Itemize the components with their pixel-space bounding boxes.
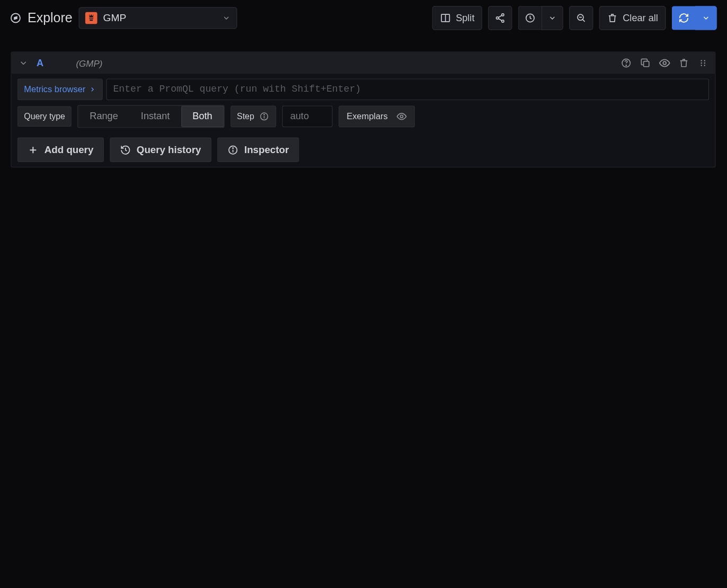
chevron-down-icon: [548, 14, 557, 22]
query-body: Metrics browser Query type Range Instant…: [12, 74, 715, 167]
query-type-range[interactable]: Range: [78, 105, 129, 127]
compass-icon: [10, 12, 22, 24]
exemplars-label: Exemplars: [347, 112, 388, 121]
svg-point-21: [701, 65, 702, 66]
query-datasource-label: (GMP): [76, 58, 102, 68]
datasource-name: GMP: [103, 12, 216, 24]
query-type-segmented: Range Instant Both: [78, 105, 225, 128]
share-button[interactable]: [488, 6, 512, 30]
metrics-browser-label: Metrics browser: [24, 85, 85, 94]
svg-line-11: [583, 20, 585, 22]
svg-point-6: [502, 20, 504, 22]
clear-all-button[interactable]: Clear all: [599, 6, 666, 30]
collapse-toggle[interactable]: [17, 57, 30, 69]
add-query-label: Add query: [45, 144, 93, 156]
svg-point-20: [704, 63, 705, 64]
query-row-header: A (GMP): [12, 52, 715, 74]
step-input[interactable]: [290, 111, 325, 122]
inspector-label: Inspector: [244, 144, 289, 156]
svg-point-4: [502, 14, 504, 16]
query-header-actions: [620, 57, 709, 69]
chevron-right-icon: [89, 86, 96, 93]
inspector-button[interactable]: Inspector: [217, 137, 299, 162]
query-history-button[interactable]: Query history: [110, 137, 211, 162]
copy-icon[interactable]: [640, 57, 652, 69]
query-type-instant[interactable]: Instant: [129, 105, 181, 127]
svg-point-25: [264, 114, 264, 115]
promql-input[interactable]: [113, 79, 702, 100]
svg-rect-15: [644, 61, 649, 67]
clock-icon: [525, 13, 536, 23]
svg-point-22: [704, 65, 705, 66]
page-title: Explore: [28, 10, 73, 25]
top-toolbar: Explore GMP Split: [0, 0, 726, 36]
step-input-wrap: [282, 105, 333, 127]
svg-line-7: [499, 15, 502, 17]
plus-icon: [28, 144, 38, 155]
svg-point-16: [663, 61, 666, 65]
columns-icon: [440, 13, 451, 23]
step-label: Step: [230, 105, 277, 127]
clear-all-label: Clear all: [623, 13, 658, 23]
datasource-picker[interactable]: GMP: [78, 7, 237, 29]
trash-icon: [607, 13, 618, 23]
run-interval-dropdown[interactable]: [695, 6, 717, 30]
split-label: Split: [456, 13, 474, 23]
history-icon: [120, 144, 130, 155]
eye-icon: [396, 111, 407, 122]
svg-point-5: [497, 17, 499, 19]
time-picker-dropdown[interactable]: [542, 6, 563, 30]
explore-heading: Explore: [10, 10, 73, 25]
run-button-group: [672, 6, 717, 30]
svg-marker-1: [14, 17, 17, 20]
split-button[interactable]: Split: [432, 6, 482, 30]
chevron-down-icon: [222, 14, 230, 22]
svg-line-8: [499, 19, 502, 21]
time-picker-button[interactable]: [518, 6, 542, 30]
run-query-button[interactable]: [672, 6, 695, 30]
info-icon[interactable]: [259, 111, 270, 122]
eye-icon[interactable]: [659, 57, 671, 69]
drag-handle-icon[interactable]: [697, 57, 709, 69]
help-icon[interactable]: [620, 57, 632, 69]
metrics-browser-button[interactable]: Metrics browser: [17, 78, 103, 100]
share-icon: [495, 13, 506, 23]
chevron-down-icon: [702, 14, 710, 22]
query-panel: A (GMP): [11, 51, 715, 167]
svg-point-14: [626, 65, 626, 66]
query-type-both[interactable]: Both: [181, 105, 224, 127]
time-picker-group: [518, 6, 563, 30]
trash-icon[interactable]: [678, 57, 690, 69]
add-query-button[interactable]: Add query: [17, 137, 104, 162]
svg-point-26: [400, 115, 403, 118]
prometheus-icon: [85, 12, 97, 24]
svg-point-31: [233, 147, 233, 148]
svg-point-17: [701, 60, 702, 61]
query-input-wrap: [107, 78, 709, 100]
query-type-label: Query type: [17, 106, 72, 127]
query-letter: A: [37, 58, 43, 68]
info-icon: [227, 144, 238, 155]
zoom-out-icon: [576, 13, 587, 23]
svg-point-18: [704, 60, 705, 61]
query-history-label: Query history: [137, 144, 201, 156]
zoom-out-button[interactable]: [569, 6, 593, 30]
svg-point-19: [701, 63, 702, 64]
refresh-icon: [678, 13, 689, 23]
exemplars-toggle[interactable]: Exemplars: [339, 105, 414, 127]
